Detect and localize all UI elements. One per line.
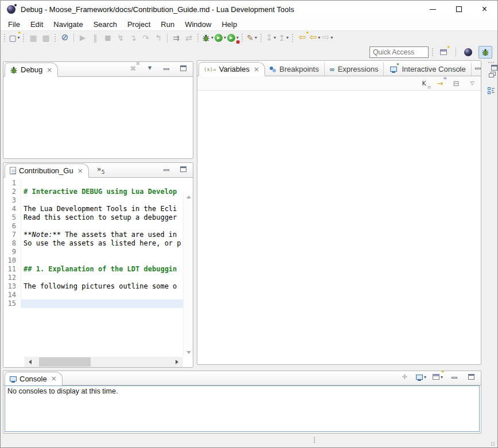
next-annotation-dropdown-icon[interactable]: ▾ bbox=[274, 35, 276, 40]
outline-view-icon[interactable] bbox=[485, 85, 497, 96]
editor-line[interactable]: 10 bbox=[3, 256, 183, 265]
quick-access-input[interactable] bbox=[369, 46, 429, 58]
menu-help[interactable]: Help bbox=[216, 19, 242, 30]
use-step-filters-icon[interactable]: ⇉ bbox=[170, 32, 182, 44]
editor-line[interactable]: 8So use the assets as listed here, or p bbox=[3, 239, 183, 248]
menu-navigate[interactable]: Navigate bbox=[48, 19, 88, 30]
run-icon[interactable]: ▶▾ bbox=[215, 32, 226, 44]
back-dropdown-icon[interactable]: ▾ bbox=[318, 35, 320, 40]
status-bar-drag-handle[interactable] bbox=[314, 437, 315, 443]
close-tab-icon[interactable] bbox=[46, 66, 52, 74]
step-into-icon[interactable]: ↴ bbox=[127, 32, 139, 44]
editor-line[interactable]: 5Read this section to setup a debugger bbox=[3, 213, 183, 222]
display-selected-console-dropdown-icon[interactable]: ▾ bbox=[424, 375, 426, 380]
step-filters-config-icon[interactable]: ⇄ bbox=[183, 32, 194, 44]
close-tab-icon[interactable] bbox=[77, 167, 83, 175]
editor-line[interactable]: 13The following pictures outline some o bbox=[3, 282, 183, 291]
tab-console[interactable]: Console bbox=[5, 372, 63, 385]
tab-contribution-guide[interactable]: Contribution_Gu bbox=[5, 163, 89, 178]
editor-line[interactable]: 12 bbox=[3, 274, 183, 282]
open-console-dropdown-icon[interactable]: ▾ bbox=[441, 375, 443, 380]
close-window-button[interactable]: × bbox=[472, 1, 497, 18]
close-tab-icon[interactable] bbox=[51, 375, 57, 383]
previous-annotation-icon[interactable]: ↥▾ bbox=[278, 32, 289, 44]
editor-horizontal-scrollbar[interactable] bbox=[24, 357, 183, 367]
open-console-icon[interactable]: ★▾ bbox=[432, 371, 443, 383]
editor-line[interactable]: 1 bbox=[3, 179, 183, 188]
show-logical-structure-icon[interactable]: →≡ bbox=[434, 77, 446, 89]
forward-dropdown-icon[interactable]: ▾ bbox=[330, 35, 333, 40]
minimize-icon[interactable] bbox=[472, 62, 484, 73]
debug-perspective-button-icon[interactable] bbox=[478, 46, 492, 59]
menu-run[interactable]: Run bbox=[155, 19, 180, 30]
more-editors-chevron[interactable]: »5 bbox=[97, 165, 105, 177]
ldt-perspective-button-icon[interactable] bbox=[461, 46, 475, 59]
editor-line[interactable]: 6 bbox=[3, 222, 183, 231]
pin-console-icon[interactable]: ✚ bbox=[399, 371, 410, 383]
editor-line[interactable]: 11## 1. Explanation of the LDT debuggin bbox=[3, 265, 183, 274]
scroll-down-icon[interactable] bbox=[186, 351, 191, 354]
back-icon[interactable]: ⇦▾ bbox=[309, 32, 321, 44]
suspend-icon[interactable]: ‖ bbox=[90, 32, 101, 44]
tab-expressions[interactable]: ∞Expressions bbox=[325, 63, 384, 76]
editor-line[interactable]: 2# Interactive DEBUG using Lua Develop bbox=[3, 188, 183, 196]
menu-window[interactable]: Window bbox=[180, 19, 216, 30]
disconnect-icon[interactable]: ↯ bbox=[115, 32, 126, 44]
save-all-icon[interactable]: ▩ bbox=[40, 32, 52, 44]
editor-line[interactable]: 3 bbox=[3, 196, 183, 205]
minimize-icon[interactable] bbox=[161, 63, 172, 74]
tab-breakpoints[interactable]: Breakpoints bbox=[265, 63, 325, 76]
new-wizard-dropdown-icon[interactable]: ▾ bbox=[18, 35, 20, 40]
editor-body[interactable]: 12# Interactive DEBUG using Lua Develop3… bbox=[3, 178, 193, 367]
maximize-window-button[interactable] bbox=[446, 1, 472, 18]
debug-icon[interactable]: ▾ bbox=[202, 32, 213, 44]
scroll-left-icon[interactable] bbox=[29, 360, 32, 364]
next-annotation-icon[interactable]: ↧▾ bbox=[265, 32, 277, 44]
close-tab-icon[interactable] bbox=[254, 65, 259, 73]
open-perspective-button[interactable]: ★ bbox=[437, 46, 450, 58]
collapse-all-icon[interactable]: ⊟ bbox=[450, 77, 462, 89]
menu-edit[interactable]: Edit bbox=[25, 19, 48, 30]
previous-annotation-dropdown-icon[interactable]: ▾ bbox=[286, 35, 289, 40]
tab-variables[interactable]: (x)=Variables bbox=[199, 62, 265, 76]
run-coverage-icon[interactable]: ▶■▾ bbox=[227, 32, 239, 44]
tab-debug[interactable]: Debug bbox=[5, 63, 58, 77]
editor-line[interactable]: 4The Lua Development Tools in the Ecli bbox=[3, 205, 183, 213]
window-resize-grip[interactable] bbox=[491, 442, 495, 446]
editor-line[interactable]: 7**Note:** The assets that are used in bbox=[3, 231, 183, 239]
editor-vertical-scrollbar[interactable] bbox=[183, 193, 193, 357]
forward-icon[interactable]: ⇨▾ bbox=[322, 32, 333, 44]
last-edit-location-icon[interactable]: ⇦★ bbox=[297, 32, 308, 44]
horizontal-scrollbar-thumb[interactable] bbox=[39, 357, 91, 367]
scroll-right-icon[interactable] bbox=[176, 360, 178, 364]
menu-project[interactable]: Project bbox=[122, 19, 155, 30]
external-tools-dropdown-icon[interactable]: ▾ bbox=[255, 35, 257, 40]
scroll-up-icon[interactable] bbox=[186, 196, 191, 198]
maximize-icon[interactable] bbox=[465, 371, 477, 383]
open-perspective-icon[interactable]: ★ bbox=[438, 46, 449, 58]
step-return-icon[interactable]: ↰ bbox=[153, 32, 164, 44]
menu-file[interactable]: File bbox=[3, 19, 25, 30]
save-icon[interactable]: ▦ bbox=[28, 32, 39, 44]
maximize-icon[interactable] bbox=[177, 163, 189, 175]
editor-current-line[interactable]: 15 bbox=[3, 299, 183, 308]
editor-line[interactable]: 14 bbox=[3, 291, 183, 299]
tab-interactive-console[interactable]: ★Interactive Console bbox=[384, 63, 471, 76]
minimize-window-button[interactable] bbox=[420, 1, 446, 18]
restore-view-icon[interactable] bbox=[485, 68, 497, 80]
external-tools-icon[interactable]: ✎▾ bbox=[246, 32, 258, 44]
resume-icon[interactable]: ▶ bbox=[77, 32, 88, 44]
remove-all-terminated-icon[interactable]: ✖✖ bbox=[127, 63, 139, 74]
editor-line[interactable]: 9 bbox=[3, 248, 183, 256]
maximize-icon[interactable] bbox=[177, 63, 189, 74]
view-menu-icon[interactable]: ▽ bbox=[466, 77, 478, 89]
skip-all-breakpoints-icon[interactable]: ⊘ bbox=[59, 32, 71, 44]
display-selected-console-icon[interactable]: ▾ bbox=[415, 371, 427, 383]
new-wizard-icon[interactable]: ▢★▾ bbox=[9, 32, 20, 44]
show-type-names-icon[interactable]: K▫ bbox=[418, 77, 430, 89]
menu-search[interactable]: Search bbox=[88, 19, 122, 30]
view-menu-icon[interactable]: ▼ bbox=[144, 63, 155, 74]
minimize-icon[interactable] bbox=[161, 163, 172, 175]
run-dropdown-icon[interactable]: ▾ bbox=[224, 35, 226, 40]
step-over-icon[interactable]: ↷ bbox=[140, 32, 151, 44]
